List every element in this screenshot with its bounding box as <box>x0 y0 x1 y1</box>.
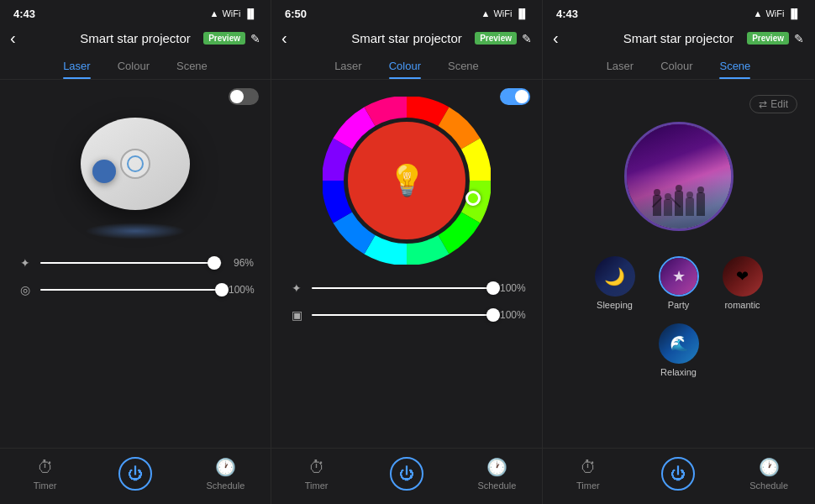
brightness-track-2[interactable] <box>312 287 493 289</box>
bottom-nav-2: ⏱ Timer ⏻ 🕐 Schedule <box>271 448 542 504</box>
timer-nav-1[interactable]: ⏱ Timer <box>20 458 71 491</box>
schedule-label-2: Schedule <box>477 480 516 491</box>
color-value-2: 100% <box>500 309 525 321</box>
brightness-thumb[interactable] <box>208 256 221 270</box>
status-icons-1: ▲ WiFi ▐▌ <box>210 8 257 18</box>
schedule-nav-1[interactable]: 🕐 Schedule <box>200 457 250 491</box>
colour-wheel-container[interactable]: 💡 <box>323 97 491 265</box>
bottom-nav-3: ⏱ Timer ⏻ 🕐 Schedule <box>543 448 814 504</box>
schedule-nav-2[interactable]: 🕐 Schedule <box>471 457 522 491</box>
tab-colour-3[interactable]: Colour <box>660 60 692 79</box>
scene-label-sleeping: Sleeping <box>597 300 633 310</box>
scene-item-relaxing[interactable]: 🌊 Relaxing <box>654 323 704 377</box>
timer-nav-3[interactable]: ⏱ Timer <box>563 458 613 491</box>
preview-badge-2[interactable]: Preview <box>475 32 517 45</box>
wifi-icon-1: WiFi <box>222 8 240 18</box>
tab-laser-1[interactable]: Laser <box>63 60 91 79</box>
edit-scene-button[interactable]: ⇄ Edit <box>749 95 797 113</box>
page-title-1: Smart star projector <box>80 31 191 45</box>
schedule-icon-3: 🕐 <box>759 457 780 477</box>
back-button-2[interactable]: ‹ <box>281 29 287 48</box>
power-nav-2[interactable]: ⏻ <box>381 457 432 491</box>
speed-thumb[interactable] <box>215 283 229 297</box>
panel-colour: 6:50 ▲ WiFi ▐▌ ‹ Smart star projector Pr… <box>271 0 543 504</box>
color-icon-2: ▣ <box>288 308 305 322</box>
scene-thumb-romantic: ❤ <box>723 256 763 297</box>
scene-thumb-party: ★ <box>659 256 699 297</box>
brightness-slider-row-2: ✦ 100% <box>288 281 525 295</box>
color-slider-row-2: ▣ 100% <box>288 308 525 322</box>
timer-icon-3: ⏱ <box>580 458 597 477</box>
scene-items-container: 🌙 Sleeping ★ Party ❤ ro <box>551 256 806 377</box>
power-icon-2: ⏻ <box>390 457 423 491</box>
power-icon-3: ⏻ <box>661 457 695 491</box>
power-icon-1: ⏻ <box>118 457 152 491</box>
tab-colour-2[interactable]: Colour <box>389 60 421 79</box>
scene-item-sleeping[interactable]: 🌙 Sleeping <box>590 256 640 310</box>
edit-scene-label: Edit <box>770 98 788 110</box>
back-button-1[interactable]: ‹ <box>10 29 16 48</box>
brightness-value-2: 100% <box>500 282 525 294</box>
power-nav-1[interactable]: ⏻ <box>110 457 160 491</box>
header-2: ‹ Smart star projector Preview ✎ <box>271 24 542 53</box>
content-scene: ⇄ Edit <box>543 80 814 448</box>
tab-colour-1[interactable]: Colour <box>118 60 150 79</box>
scene-item-romantic[interactable]: ❤ romantic <box>718 256 768 310</box>
tab-laser-3[interactable]: Laser <box>607 60 634 79</box>
timer-label-3: Timer <box>576 480 600 491</box>
bottom-nav-1: ⏱ Timer ⏻ 🕐 Schedule <box>0 448 271 504</box>
tab-scene-2[interactable]: Scene <box>448 60 479 79</box>
brightness-value: 96% <box>229 257 254 269</box>
preview-badge-1[interactable]: Preview <box>203 32 245 45</box>
status-bar-1: 4:43 ▲ WiFi ▐▌ <box>0 0 271 24</box>
power-toggle-1[interactable] <box>229 88 259 105</box>
power-toggle-2[interactable] <box>500 88 530 105</box>
toggle-knob-2 <box>515 90 528 103</box>
signal-icon-3: ▲ <box>754 8 763 18</box>
preview-badge-3[interactable]: Preview <box>747 32 789 45</box>
wifi-icon-2: WiFi <box>493 8 512 18</box>
projector-glow <box>85 223 186 239</box>
header-right-2: Preview ✎ <box>475 32 532 45</box>
edit-icon-1[interactable]: ✎ <box>250 32 260 45</box>
timer-icon-1: ⏱ <box>37 458 54 477</box>
tabs-2: Laser Colour Scene <box>271 53 542 80</box>
brightness-icon-2: ✦ <box>288 281 305 295</box>
tab-laser-2[interactable]: Laser <box>334 60 362 79</box>
tab-scene-3[interactable]: Scene <box>719 60 750 79</box>
color-thumb-2[interactable] <box>486 308 500 322</box>
projector-button <box>120 149 150 179</box>
edit-scene-icon: ⇄ <box>759 98 767 110</box>
projector-body <box>81 118 190 210</box>
status-bar-3: 4:43 ▲ WiFi ▐▌ <box>543 0 814 24</box>
page-title-2: Smart star projector <box>351 31 462 45</box>
speed-track[interactable] <box>40 289 222 291</box>
header-3: ‹ Smart star projector Preview ✎ <box>543 24 814 53</box>
brightness-slider-row: ✦ 96% <box>17 256 254 270</box>
scene-thumb-sleeping: 🌙 <box>595 256 635 297</box>
edit-icon-3[interactable]: ✎ <box>794 32 804 45</box>
timer-nav-2[interactable]: ⏱ Timer <box>292 458 342 491</box>
scene-label-romantic: romantic <box>724 300 760 310</box>
speed-value: 100% <box>229 284 254 296</box>
brightness-fill <box>40 262 214 264</box>
page-title-3: Smart star projector <box>623 31 734 45</box>
scene-item-party[interactable]: ★ Party <box>654 256 704 310</box>
back-button-3[interactable]: ‹ <box>553 29 559 48</box>
tab-scene-1[interactable]: Scene <box>176 60 208 79</box>
power-nav-3[interactable]: ⏻ <box>653 457 703 491</box>
battery-icon-2: ▐▌ <box>515 8 528 18</box>
brightness-track[interactable] <box>40 262 222 264</box>
color-track-2[interactable] <box>312 314 493 316</box>
projector-image <box>68 105 202 239</box>
speed-fill <box>40 289 222 291</box>
projector-btn-inner <box>127 155 144 172</box>
schedule-icon-1: 🕐 <box>215 457 236 477</box>
edit-icon-2[interactable]: ✎ <box>522 32 532 45</box>
brightness-thumb-2[interactable] <box>486 281 500 295</box>
brightness-icon: ✦ <box>17 256 34 270</box>
panel-laser: 4:43 ▲ WiFi ▐▌ ‹ Smart star projector Pr… <box>0 0 271 504</box>
signal-icon-2: ▲ <box>481 8 491 18</box>
colour-selector-dot[interactable] <box>465 191 481 206</box>
schedule-nav-3[interactable]: 🕐 Schedule <box>744 457 794 491</box>
